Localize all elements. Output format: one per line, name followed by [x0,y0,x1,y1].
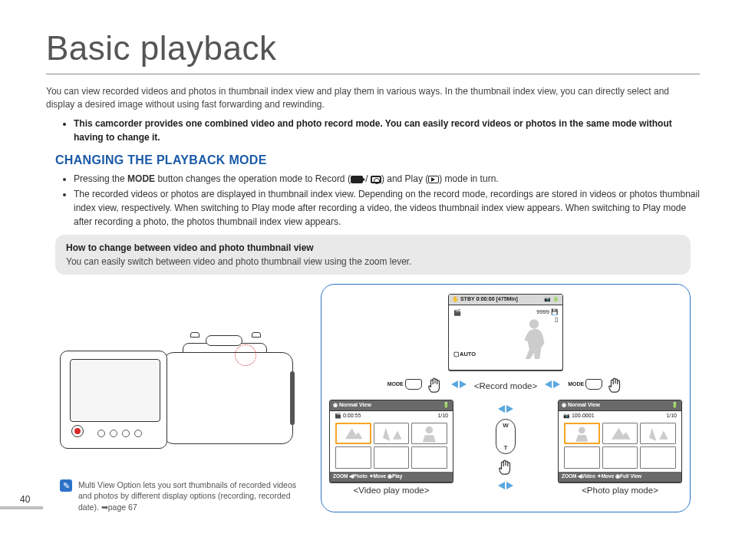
hand-icon [427,375,443,394]
auto-label: ▢AUTO [453,351,476,357]
title-rule [46,74,700,74]
photo-play-screen: ◉ Normal View🔋 📷 100-00011/10 [558,400,682,483]
record-icons: 🎬 [453,308,461,318]
howto-body: You can easily switch between video and … [66,256,680,267]
video-header-bar: ◉ Normal View🔋 [330,400,453,411]
record-status-bar: 🖐 STBY 0:00:00 [475Min] 📷 🔋 [449,295,562,305]
thumbnail [640,446,676,469]
thumbnail [335,423,371,445]
double-arrow-icon [448,379,470,390]
howto-callout: How to change between video and photo th… [55,235,691,275]
video-play-screen: ◉ Normal View🔋 🎬 0:00:551/10 [329,400,453,483]
hand-icon [607,375,624,394]
intro-paragraph: You can view recorded videos and photos … [46,85,700,112]
photo-footer-bar: ZOOM ◀Video ✦Move ◉Full View [559,472,681,482]
mode-bullets: Pressing the MODE button changes the ope… [46,172,700,229]
thumbnail [411,423,447,445]
key-point-list: This camcorder provides one combined vid… [46,117,700,144]
mode-diagram: 🖐 STBY 0:00:00 [475Min] 📷 🔋 🎬 9999 💾▯ ▢A… [321,284,691,512]
thumbnail [374,423,410,445]
howto-title: How to change between video and photo th… [66,242,680,253]
page-title: Basic playback [46,29,700,68]
video-icon [351,176,363,183]
mode-bullet-2: The recorded videos or photos are displa… [74,187,700,229]
record-caption: <Record mode> [474,381,537,390]
thumbnail [374,446,410,469]
double-arrow-icon [495,480,516,491]
photo-caption: <Photo play mode> [558,486,682,495]
video-caption: <Video play mode> [329,486,453,495]
thumbnail [335,446,371,469]
mode-label: MODE [568,381,584,387]
thumbnail [564,446,600,469]
camcorder-illustration [55,337,301,467]
camera-icon [371,176,381,183]
photo-header-bar: ◉ Normal View🔋 [559,400,681,411]
thumbnail [602,446,638,469]
text: ) and Play ( [381,173,428,184]
stby-label: STBY 0:00:00 [475Min] [460,296,518,301]
mode-label: MODE [387,381,404,387]
double-arrow-icon [542,379,563,390]
mode-button-right: MODE [568,379,602,390]
video-footer-bar: ZOOM ◀Photo ✦Move ◉Play [330,472,453,482]
note: ✎ Multi View Option lets you sort thumbn… [55,479,308,512]
page-number: 40 [20,494,30,505]
note-text: Multi View Option lets you sort thumbnai… [78,479,308,512]
text: button changes the operation mode to Rec… [155,173,351,184]
mode-bullet-1: Pressing the MODE button changes the ope… [74,172,700,186]
thumbnail [640,423,676,445]
thumbnail [411,446,447,469]
record-mode-screen: 🖐 STBY 0:00:00 [475Min] 📷 🔋 🎬 9999 💾▯ ▢A… [448,294,563,371]
section-heading: CHANGING THE PLAYBACK MODE [55,153,700,167]
text: Pressing the [74,173,127,184]
key-point: This camcorder provides one combined vid… [74,117,700,144]
play-icon [428,176,439,183]
thumbnail [602,423,638,445]
person-silhouette [518,313,550,361]
thumbnail [564,423,600,445]
text: ) mode in turn. [439,173,498,184]
mode-button-left: MODE [387,379,422,390]
hand-icon [497,457,514,476]
note-icon: ✎ [60,479,72,492]
mode-word: MODE [127,173,155,184]
zoom-lever [496,419,516,476]
double-arrow-icon [495,404,516,414]
